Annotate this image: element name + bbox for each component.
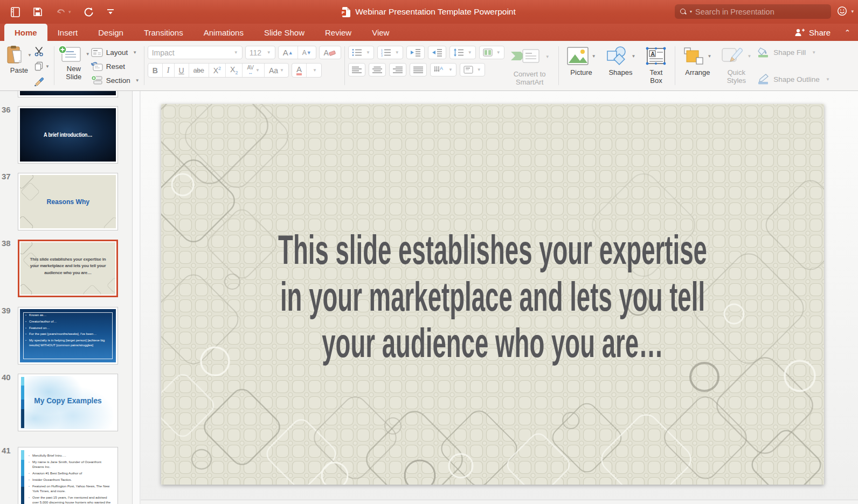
share-button[interactable]: Share <box>794 28 831 37</box>
clear-formatting-button[interactable]: A <box>320 46 341 59</box>
font-size-combo[interactable]: 112 ▼ <box>245 46 275 59</box>
section-label: Section <box>106 76 130 85</box>
tab-insert[interactable]: Insert <box>47 24 88 41</box>
copy-button[interactable]: ▼ <box>34 60 50 72</box>
clipboard-group: ▼ Paste ▼ <box>4 44 51 88</box>
font-color-button[interactable]: A <box>292 64 307 77</box>
shape-fill-button[interactable]: Shape Fill ▼ <box>757 46 829 58</box>
line-spacing-dropdown-icon: ▼ <box>468 50 472 55</box>
reset-button[interactable]: Reset <box>91 60 140 73</box>
ribbon-separator <box>144 46 144 85</box>
search-box[interactable]: ▾ <box>675 4 831 19</box>
align-right-button[interactable] <box>389 63 406 76</box>
bold-button[interactable]: B <box>148 64 163 77</box>
cut-button[interactable] <box>34 46 50 58</box>
line-spacing-button[interactable]: ▼ <box>449 46 476 59</box>
shrink-font-arrow-icon: ▼ <box>307 50 312 55</box>
search-input[interactable] <box>695 8 826 16</box>
bullets-button[interactable]: ▼ <box>348 46 374 59</box>
superscript-button[interactable]: X2 <box>209 64 226 77</box>
eraser-icon <box>329 50 336 56</box>
tab-animations[interactable]: Animations <box>193 24 254 41</box>
decrease-indent-button[interactable] <box>406 46 425 59</box>
content-area: 36 A brief introduction… 37 Reasons Why … <box>0 91 858 504</box>
bullet-item: Featured on… <box>25 326 112 331</box>
picture-dropdown-icon[interactable]: ▼ <box>592 54 596 59</box>
subscript-button[interactable]: X2 <box>226 64 243 77</box>
align-center-button[interactable] <box>369 63 386 76</box>
section-dropdown-icon: ▼ <box>135 78 140 83</box>
thumbnail-partial-top[interactable] <box>18 91 118 97</box>
font-color-dropdown[interactable]: ▼ <box>307 64 321 77</box>
change-case-button[interactable]: Aa ▼ <box>265 64 288 77</box>
font-name-value: Impact <box>152 48 175 57</box>
section-button[interactable]: Section ▼ <box>91 74 140 87</box>
collapse-ribbon-icon[interactable]: ⌃ <box>845 29 850 37</box>
numbering-button[interactable]: 123 ▼ <box>377 46 403 59</box>
new-slide-dropdown-icon[interactable]: ▼ <box>86 52 90 57</box>
bullet-item: Mercifully Brief Intro…. <box>29 453 113 458</box>
format-painter-button[interactable] <box>34 75 50 87</box>
slide-number: 36 <box>2 105 17 114</box>
new-slide-button[interactable]: ▼ New Slide <box>58 44 90 88</box>
font-name-combo[interactable]: Impact ▼ <box>148 46 243 59</box>
thumbnail-slide-40[interactable]: My Copy Examples <box>18 374 118 431</box>
italic-button[interactable]: I <box>163 64 175 77</box>
clipboard-small-buttons: ▼ <box>33 44 51 88</box>
font-name-dropdown-icon: ▼ <box>234 50 238 55</box>
shrink-font-button[interactable]: A▼ <box>298 46 316 59</box>
shapes-dropdown-icon[interactable]: ▼ <box>632 54 636 59</box>
arrange-button[interactable]: ▼ Arrange <box>679 44 716 88</box>
powerpoint-doc-icon <box>342 7 350 17</box>
textbox-label: Text Box <box>646 69 666 85</box>
tab-home[interactable]: Home <box>4 24 47 41</box>
thumbnail-slide-38-selected[interactable]: This slide establishes your expertise in… <box>18 240 118 297</box>
thumbnail-36-title: A brief introduction… <box>44 132 92 138</box>
thumbnail-slide-41[interactable]: Mercifully Brief Intro….My name is Jane … <box>18 447 118 504</box>
feedback-smiley[interactable]: ▾ <box>837 6 854 16</box>
picture-button[interactable]: ▼ Picture <box>562 44 601 88</box>
thumbnail-slide-39[interactable]: Known as…Creator/author of…Featured on…F… <box>18 307 118 365</box>
text-direction-button[interactable]: A ▼ <box>430 63 456 76</box>
search-scope-dropdown-icon[interactable]: ▾ <box>690 9 692 14</box>
align-text-button[interactable]: ▼ <box>460 63 485 76</box>
textbox-button[interactable]: A Text Box <box>640 44 672 88</box>
spacing-arrows-icon: ↔ <box>248 71 253 75</box>
slide-text-line-3: your audience who you are… <box>278 320 707 367</box>
tab-view[interactable]: View <box>362 24 399 41</box>
numbering-icon: 123 <box>381 48 391 57</box>
columns-button[interactable]: ▼ <box>479 46 504 59</box>
copy-dropdown-icon[interactable]: ▼ <box>45 64 50 69</box>
spacing-dropdown-icon: ▼ <box>255 68 260 73</box>
thumbnail-40-title: My Copy Examples <box>22 396 113 405</box>
convert-smartart-button[interactable]: ▼ Convert to SmartArt <box>504 44 555 88</box>
slide-number: 41 <box>2 446 17 455</box>
underline-button[interactable]: U <box>175 64 189 77</box>
strikethrough-button[interactable]: abe <box>189 64 209 77</box>
character-spacing-button[interactable]: AV ↔ ▼ <box>243 64 265 77</box>
grow-font-button[interactable]: A▲ <box>279 46 298 59</box>
tab-transitions[interactable]: Transitions <box>134 24 193 41</box>
tab-slide-show[interactable]: Slide Show <box>254 24 315 41</box>
increase-indent-button[interactable] <box>428 46 446 59</box>
shape-fill-icon <box>757 47 769 58</box>
justify-button[interactable] <box>410 63 427 76</box>
panel-scrollbar-track[interactable] <box>133 91 140 504</box>
layout-button[interactable]: Layout ▼ <box>91 46 140 59</box>
align-left-button[interactable] <box>348 63 365 76</box>
paste-dropdown-icon[interactable]: ▼ <box>27 53 32 58</box>
tab-review[interactable]: Review <box>315 24 362 41</box>
thumbnail-slide-36[interactable]: A brief introduction… <box>18 106 118 164</box>
paste-button[interactable]: ▼ Paste <box>4 44 33 88</box>
slide-thumbnail-panel: 36 A brief introduction… 37 Reasons Why … <box>0 91 133 504</box>
slide-title-text[interactable]: This slide establishes your expertise in… <box>278 227 707 367</box>
current-slide[interactable]: This slide establishes your expertise in… <box>161 104 824 485</box>
convert-smartart-dropdown-icon: ▼ <box>545 54 550 59</box>
thumbnail-37-title: Reasons Why <box>46 198 89 206</box>
shapes-button[interactable]: ▼ Shapes <box>601 44 641 88</box>
tab-design[interactable]: Design <box>88 24 134 41</box>
thumbnail-slide-37[interactable]: Reasons Why <box>18 173 118 230</box>
shape-outline-button[interactable]: Shape Outline ▼ <box>757 73 829 85</box>
quick-styles-button[interactable]: ▼ Quick Styles <box>716 44 756 88</box>
arrange-dropdown-icon[interactable]: ▼ <box>707 54 711 59</box>
